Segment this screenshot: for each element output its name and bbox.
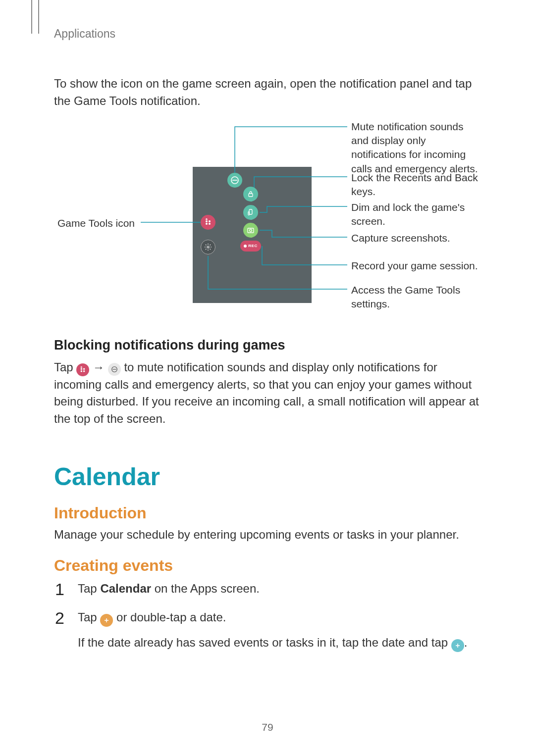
- mute-icon: [227, 173, 242, 188]
- svg-rect-5: [206, 218, 207, 220]
- svg-point-13: [207, 246, 209, 248]
- svg-point-23: [83, 368, 85, 370]
- add-icon: [451, 639, 464, 652]
- text: Tap: [54, 360, 76, 374]
- breadcrumb: Applications: [54, 27, 481, 41]
- svg-point-25: [83, 370, 85, 372]
- svg-rect-10: [248, 211, 250, 215]
- text: Tap: [78, 582, 100, 595]
- dim-icon: [243, 205, 258, 220]
- lock-icon: [243, 187, 258, 202]
- page-edge-tab: [31, 0, 39, 34]
- svg-line-18: [206, 245, 206, 245]
- introduction-text: Manage your schedule by entering upcomin…: [54, 526, 481, 544]
- intro-paragraph: To show the icon on the game screen agai…: [54, 75, 481, 110]
- mute-icon: [108, 363, 121, 376]
- svg-line-20: [206, 249, 206, 249]
- game-tools-icon: [76, 363, 89, 376]
- callout-mute: Mute notification sounds and display onl…: [351, 120, 480, 176]
- add-icon: [100, 614, 113, 627]
- callout-capture: Capture screenshots.: [351, 231, 480, 245]
- callout-record: Record your game session.: [351, 259, 480, 273]
- text: or double-tap a date.: [113, 610, 226, 624]
- text: Tap: [78, 610, 100, 624]
- svg-point-1: [209, 220, 211, 222]
- blocking-heading: Blocking notifications during games: [54, 338, 481, 353]
- step-number: 2: [55, 605, 64, 631]
- callout-game-tools: Game Tools icon: [55, 216, 135, 230]
- text: .: [464, 636, 468, 649]
- game-tools-icon: [201, 215, 215, 230]
- svg-line-19: [210, 249, 211, 249]
- blocking-paragraph: Tap → to mute notification sounds and di…: [54, 359, 481, 428]
- svg-rect-8: [249, 194, 253, 197]
- svg-line-21: [210, 245, 211, 245]
- svg-point-12: [250, 229, 252, 232]
- record-icon: REC: [240, 241, 261, 252]
- svg-rect-27: [81, 366, 82, 368]
- callout-lock: Lock the Recents and Back keys.: [351, 171, 480, 199]
- svg-point-0: [206, 220, 208, 222]
- settings-icon: [201, 240, 215, 254]
- game-tools-diagram: REC Game Too: [54, 120, 481, 318]
- arrow: →: [89, 360, 107, 374]
- svg-point-2: [206, 223, 208, 225]
- creating-events-heading: Creating events: [54, 556, 481, 575]
- callout-dim: Dim and lock the game's screen.: [351, 201, 480, 229]
- capture-icon: [243, 223, 258, 238]
- page-number: 79: [0, 721, 535, 733]
- introduction-heading: Introduction: [54, 504, 481, 522]
- step-number: 1: [55, 577, 64, 602]
- record-label: REC: [248, 244, 257, 248]
- calendar-app-name: Calendar: [100, 582, 151, 595]
- svg-point-24: [81, 370, 83, 372]
- step-2: 2 Tap or double-tap a date. If the date …: [54, 608, 481, 652]
- callout-settings: Access the Game Tools settings.: [351, 283, 480, 311]
- text: If the date already has saved events or …: [78, 636, 451, 649]
- svg-point-3: [209, 223, 211, 225]
- svg-rect-11: [248, 228, 254, 233]
- step-1: 1 Tap Calendar on the Apps screen.: [54, 580, 481, 598]
- text: on the Apps screen.: [151, 582, 260, 595]
- steps-list: 1 Tap Calendar on the Apps screen. 2 Tap…: [54, 580, 481, 652]
- page-content: Applications To show the icon on the gam…: [0, 0, 535, 683]
- calendar-title: Calendar: [54, 462, 481, 491]
- svg-point-22: [81, 368, 83, 370]
